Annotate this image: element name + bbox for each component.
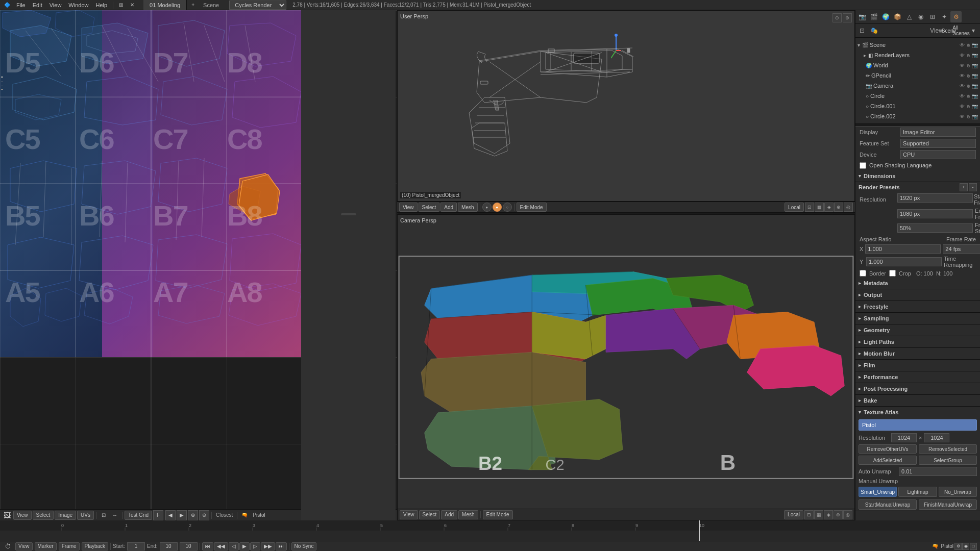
tree-world[interactable]: 🌍 World 👁 🖱 📷 xyxy=(855,60,980,70)
cam-vis3[interactable]: ◈ xyxy=(824,510,833,519)
mode-selector[interactable]: Test Grid xyxy=(125,511,152,520)
cam-mesh-btn[interactable]: Mesh xyxy=(458,510,478,519)
auto-unwrap-val[interactable] xyxy=(899,467,977,476)
res-pct-input[interactable] xyxy=(897,223,973,233)
feature-set-select[interactable]: Supported Experimental xyxy=(900,139,976,148)
cam-vis4[interactable]: ⊕ xyxy=(834,510,843,519)
uv-view-btn[interactable]: View xyxy=(13,511,32,520)
crop-check[interactable] xyxy=(889,270,896,277)
cam-vis1[interactable]: ⊡ xyxy=(804,510,814,519)
vis-btn4[interactable]: ⊕ xyxy=(834,203,843,212)
sync-icon[interactable]: ↔ xyxy=(110,510,120,520)
end-input[interactable] xyxy=(160,542,178,550)
local-btn[interactable]: Local xyxy=(785,203,804,212)
pistol-icon-bottom[interactable]: 🔫 xyxy=(930,541,940,552)
timeline-icon[interactable]: ⏱ xyxy=(3,541,13,552)
cam-local-btn[interactable]: Local xyxy=(784,510,803,519)
playback-ctrl-btn[interactable]: Playback xyxy=(82,542,109,550)
next-frame-btn[interactable]: ▶▶ xyxy=(261,542,275,550)
start-input[interactable] xyxy=(127,542,145,550)
uv-ctrl1[interactable]: ◀ xyxy=(165,510,176,520)
menu-view[interactable]: View xyxy=(46,0,65,10)
br-icon1[interactable]: ⚙ xyxy=(954,543,962,550)
v3d-mesh-btn[interactable]: Mesh xyxy=(458,203,477,212)
overlay-btn[interactable]: ⊙ xyxy=(832,13,842,22)
cam-edit-mode[interactable]: Edit Mode xyxy=(483,510,513,519)
viewport-3d[interactable]: User Persp xyxy=(397,10,855,202)
rpanel-icon-scene[interactable]: 🎬 xyxy=(868,11,879,22)
res-input1[interactable] xyxy=(891,433,917,442)
uv-editor-icon[interactable]: 🖼 xyxy=(2,510,12,520)
rpanel-icon-world[interactable]: 🌍 xyxy=(880,11,891,22)
rpanel-icon-obj[interactable]: 📦 xyxy=(892,11,903,22)
select-group-btn[interactable]: SelectGroup xyxy=(919,456,977,465)
gizmo-btn[interactable]: ⊕ xyxy=(843,13,852,22)
uv-ctrl2[interactable]: ▶ xyxy=(177,510,187,520)
rpanel-icon-texture[interactable]: ⊞ xyxy=(927,11,938,22)
device-select[interactable]: CPU GPU xyxy=(900,150,976,159)
v3d-view-btn[interactable]: View xyxy=(399,203,418,212)
geometry-header[interactable]: ▸ Geometry xyxy=(855,324,980,336)
prev-frame-btn[interactable]: ◀◀ xyxy=(214,542,228,550)
blender-logo[interactable]: 🔷 xyxy=(2,0,12,10)
smart-unwrap-btn[interactable]: Smart_Unwrap xyxy=(859,487,897,497)
rpanel-scene-icon[interactable]: 🎭 xyxy=(868,25,879,36)
vis-btn2[interactable]: ▦ xyxy=(815,203,824,212)
cam-vis5[interactable]: ◎ xyxy=(843,510,852,519)
uv-ctrl3[interactable]: ⊕ xyxy=(188,510,198,520)
tree-renderlayers[interactable]: ▸ ◧ RenderLayers 👁 🖱 📷 xyxy=(855,50,980,60)
performance-header[interactable]: ▸ Performance xyxy=(855,371,980,383)
rpanel-icon-material[interactable]: ◉ xyxy=(915,11,926,22)
dimensions-header[interactable]: ▾ Dimensions xyxy=(855,170,980,182)
res-y-input[interactable] xyxy=(897,209,973,218)
cam-vis2[interactable]: ▦ xyxy=(814,510,823,519)
sphere-btn2[interactable]: ● xyxy=(493,203,502,212)
aspect-y-input[interactable] xyxy=(866,257,942,266)
remove-selected-btn[interactable]: RemoveSelected xyxy=(919,444,977,454)
cam-select-btn[interactable]: Select xyxy=(419,510,440,519)
br-icon2[interactable]: ◉ xyxy=(962,543,969,550)
output-header[interactable]: ▸ Output xyxy=(855,289,980,300)
tree-circle002[interactable]: ○ Circle.002 👁 🖱 📷 xyxy=(855,111,980,121)
rpanel-view-icon[interactable]: ⊡ xyxy=(856,25,868,36)
uv-pistol-icon[interactable]: 🔫 xyxy=(239,510,250,520)
vis-btn5[interactable]: ◎ xyxy=(844,203,853,212)
tree-gpencil[interactable]: ✏ GPencil 👁 🖱 📷 xyxy=(855,70,980,81)
preset-remove[interactable]: - xyxy=(969,183,977,191)
start-manual-btn[interactable]: StartManualUnwrap xyxy=(859,499,917,510)
rpanel-icon-mesh[interactable]: △ xyxy=(903,11,915,22)
cam-view-btn[interactable]: View xyxy=(400,510,418,519)
film-header[interactable]: ▸ Film xyxy=(855,360,980,371)
rpanel-icon-addon[interactable]: ⚙ xyxy=(950,11,962,22)
v3d-select-btn[interactable]: Select xyxy=(419,203,440,212)
vis-btn3[interactable]: ◈ xyxy=(824,203,834,212)
current-frame-input[interactable] xyxy=(180,542,198,550)
res-input2[interactable] xyxy=(924,433,949,442)
frame-ctrl-btn[interactable]: Frame xyxy=(59,542,80,550)
display-select[interactable]: Image Editor xyxy=(900,128,976,137)
uv-ctrl4[interactable]: ⊖ xyxy=(199,510,209,520)
viewport-camera[interactable]: Camera Persp xyxy=(397,214,855,520)
finish-manual-btn[interactable]: FinishManualUnwrap xyxy=(919,499,977,510)
preset-add[interactable]: + xyxy=(960,183,968,191)
bake-header[interactable]: ▸ Bake xyxy=(855,395,980,406)
freestyle-header[interactable]: ▸ Freestyle xyxy=(855,301,980,312)
workspace-tab-modeling[interactable]: 01 Modeling xyxy=(143,0,187,10)
vis-btn1[interactable]: ⊡ xyxy=(805,203,814,212)
texture-atlas-input[interactable] xyxy=(859,419,977,431)
engine-selector[interactable]: Cycles Render Blender Render xyxy=(229,1,286,10)
jump-start-btn[interactable]: ⏮ xyxy=(202,542,213,550)
rpanel-view-btn[interactable]: View xyxy=(931,25,942,36)
frame-btn[interactable]: F xyxy=(153,510,163,520)
tree-scene[interactable]: ▾ 🎬 Scene 👁 🖱 📷 xyxy=(855,40,980,50)
next-key-btn[interactable]: ▷ xyxy=(250,542,260,550)
shading-lang-check[interactable] xyxy=(860,162,866,169)
no-unwrap-btn[interactable]: No_Unwrap xyxy=(939,487,977,497)
menu-help[interactable]: Help xyxy=(92,0,110,10)
aspect-x-input[interactable] xyxy=(865,244,941,254)
border-check[interactable] xyxy=(860,270,866,277)
play-btn[interactable]: ▶ xyxy=(239,542,250,550)
menu-window[interactable]: Window xyxy=(65,0,91,10)
light-paths-header[interactable]: ▸ Light Paths xyxy=(855,336,980,347)
close-icon[interactable]: ✕ xyxy=(127,0,137,10)
